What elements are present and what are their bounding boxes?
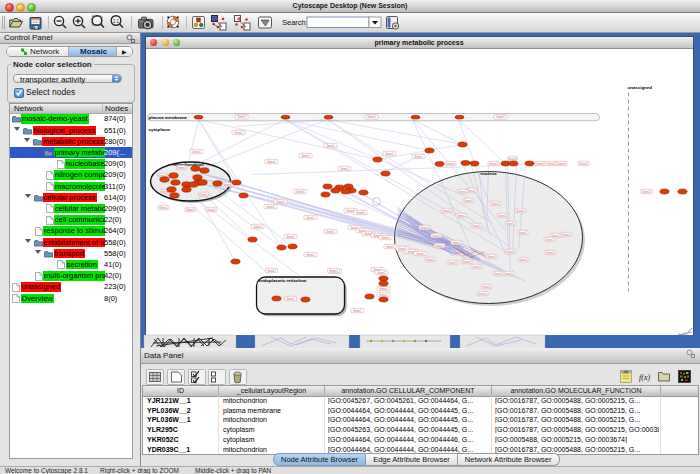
- svg-text:Gene1: Gene1: [386, 244, 395, 248]
- svg-text:Gene1: Gene1: [435, 243, 444, 247]
- svg-text:Gene1: Gene1: [508, 156, 517, 160]
- svg-text:Gene1: Gene1: [482, 284, 491, 288]
- svg-text:Gene1: Gene1: [381, 235, 390, 239]
- svg-text:Gene1: Gene1: [276, 199, 285, 203]
- svg-text:Gene1: Gene1: [478, 291, 487, 295]
- svg-text:f(x): f(x): [639, 373, 650, 382]
- svg-text:Gene1: Gene1: [177, 165, 186, 169]
- svg-text:Gene1: Gene1: [496, 115, 505, 119]
- svg-text:Gene1: Gene1: [159, 205, 168, 209]
- svg-text:Gene1: Gene1: [296, 189, 305, 193]
- svg-text:Gene1: Gene1: [506, 249, 515, 253]
- svg-text:Gene1: Gene1: [642, 189, 651, 193]
- svg-text:cytoplasm: cytoplasm: [148, 126, 170, 131]
- svg-text:Gene1: Gene1: [267, 159, 276, 163]
- svg-text:Gene1: Gene1: [467, 188, 476, 192]
- svg-text:Gene1: Gene1: [367, 115, 376, 119]
- svg-text:Gene1: Gene1: [472, 264, 481, 268]
- svg-text:Gene1: Gene1: [504, 271, 513, 275]
- svg-text:Gene1: Gene1: [545, 237, 554, 241]
- svg-text:Gene1: Gene1: [547, 161, 556, 165]
- svg-text:unassigned: unassigned: [627, 84, 652, 89]
- svg-text:Gene1: Gene1: [519, 257, 528, 261]
- svg-text:plasma membrane: plasma membrane: [148, 114, 187, 119]
- svg-text:Gene1: Gene1: [340, 166, 349, 170]
- svg-text:Gene1: Gene1: [491, 201, 500, 205]
- svg-text:Gene1: Gene1: [385, 151, 394, 155]
- svg-text:Gene1: Gene1: [416, 251, 425, 255]
- svg-text:Gene1: Gene1: [353, 308, 362, 312]
- svg-text:Gene1: Gene1: [379, 292, 388, 296]
- svg-text:nucleus: nucleus: [480, 170, 497, 175]
- svg-text:Gene1: Gene1: [432, 233, 441, 237]
- svg-text:Gene1: Gene1: [253, 224, 262, 228]
- svg-text:Gene1: Gene1: [489, 161, 498, 165]
- svg-text:Gene1: Gene1: [286, 234, 295, 238]
- svg-text:Gene1: Gene1: [506, 221, 515, 225]
- svg-text:Gene1: Gene1: [516, 208, 525, 212]
- svg-text:Gene1: Gene1: [494, 271, 503, 275]
- svg-text:Gene1: Gene1: [442, 208, 451, 212]
- svg-text:Gene1: Gene1: [536, 161, 545, 165]
- svg-text:Gene1: Gene1: [326, 143, 335, 147]
- svg-text:Gene1: Gene1: [223, 182, 232, 186]
- svg-text:Gene1: Gene1: [379, 286, 388, 290]
- svg-text:Gene1: Gene1: [557, 161, 566, 165]
- svg-text:Gene1: Gene1: [579, 161, 588, 165]
- svg-text:Gene1: Gene1: [329, 268, 338, 272]
- svg-text:1:1: 1:1: [113, 19, 120, 24]
- svg-text:Gene1: Gene1: [487, 254, 496, 258]
- svg-text:Gene1: Gene1: [377, 270, 386, 274]
- svg-text:Gene1: Gene1: [207, 207, 216, 211]
- svg-text:Gene1: Gene1: [458, 189, 467, 193]
- svg-text:Gene1: Gene1: [464, 198, 473, 202]
- svg-text:Gene1: Gene1: [448, 260, 457, 264]
- svg-text:Gene1: Gene1: [498, 213, 507, 217]
- svg-text:Gene1: Gene1: [562, 232, 571, 236]
- svg-text:Gene1: Gene1: [414, 154, 423, 158]
- svg-text:Gene1: Gene1: [306, 215, 315, 219]
- svg-text:Gene1: Gene1: [199, 192, 208, 196]
- svg-text:Search:: Search:: [282, 18, 308, 27]
- svg-text:Gene1: Gene1: [237, 115, 246, 119]
- svg-text:Gene1: Gene1: [420, 225, 429, 229]
- svg-text:Gene1: Gene1: [306, 252, 315, 256]
- svg-text:Gene1: Gene1: [426, 257, 435, 261]
- svg-text:Gene1: Gene1: [472, 223, 481, 227]
- svg-text:Gene1: Gene1: [192, 149, 201, 153]
- svg-text:Gene1: Gene1: [301, 153, 310, 157]
- svg-text:Gene1: Gene1: [186, 207, 195, 211]
- svg-text:Gene1: Gene1: [462, 259, 471, 263]
- svg-text:Gene1: Gene1: [356, 210, 365, 214]
- svg-text:Gene1: Gene1: [457, 213, 466, 217]
- svg-text:Gene1: Gene1: [518, 230, 527, 234]
- svg-text:Gene1: Gene1: [326, 229, 335, 233]
- svg-text:endoplasmic reticulum: endoplasmic reticulum: [258, 277, 306, 282]
- svg-text:Gene1: Gene1: [452, 240, 461, 244]
- svg-text:Gene1: Gene1: [266, 204, 275, 208]
- svg-text:Gene1: Gene1: [446, 161, 455, 165]
- svg-text:Gene1: Gene1: [286, 296, 295, 300]
- svg-text:Gene1: Gene1: [267, 268, 276, 272]
- svg-text:Gene1: Gene1: [546, 250, 555, 254]
- svg-text:Gene1: Gene1: [234, 130, 243, 134]
